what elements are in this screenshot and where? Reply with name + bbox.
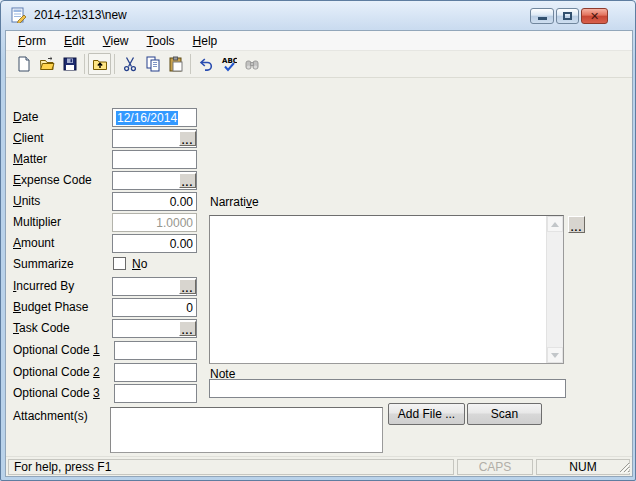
app-icon	[11, 7, 27, 23]
optional-code-2-label: Optional Code 2	[13, 365, 100, 379]
optional-code-2-field[interactable]	[114, 363, 197, 382]
maximize-button[interactable]	[556, 8, 579, 24]
titlebar[interactable]: 2014-12\313\new ✕	[0, 0, 636, 30]
window-content: Form Edit View Tools Help	[5, 30, 633, 477]
units-field[interactable]	[112, 192, 197, 211]
minimize-icon	[538, 17, 547, 20]
close-icon: ✕	[590, 11, 599, 22]
svg-text:ABC: ABC	[222, 57, 237, 65]
summarize-checkbox-label: No	[132, 257, 147, 271]
undo-icon[interactable]	[194, 53, 217, 75]
date-value: 12/16/2014	[116, 111, 178, 125]
narrative-label: Narrative	[210, 195, 259, 209]
toolbar: ABC	[6, 51, 632, 78]
note-field[interactable]	[209, 379, 566, 398]
date-label: Date	[13, 110, 38, 124]
open-icon[interactable]	[35, 53, 58, 75]
maximize-icon	[563, 12, 572, 20]
menu-form[interactable]: Form	[9, 32, 55, 50]
expense-code-browse-button[interactable]: ...	[179, 173, 196, 188]
window-title: 2014-12\313\new	[34, 8, 127, 22]
paste-icon[interactable]	[164, 53, 187, 75]
menu-edit[interactable]: Edit	[55, 32, 94, 50]
find-icon[interactable]	[240, 53, 263, 75]
spell-check-icon[interactable]: ABC	[217, 53, 240, 75]
optional-code-1-field[interactable]	[114, 341, 197, 360]
scroll-down-icon[interactable]	[547, 347, 563, 363]
add-file-button[interactable]: Add File ...	[388, 403, 465, 425]
summarize-checkbox[interactable]	[113, 257, 126, 270]
expense-code-label: Expense Code	[13, 173, 92, 187]
menu-view[interactable]: View	[94, 32, 138, 50]
menu-tools[interactable]: Tools	[138, 32, 184, 50]
toolbar-separator	[114, 54, 115, 74]
matter-field[interactable]	[112, 150, 197, 169]
cut-icon[interactable]	[118, 53, 141, 75]
resize-grip-icon[interactable]	[618, 461, 631, 474]
incurred-by-label: Incurred By	[13, 279, 74, 293]
narrative-scrollbar[interactable]	[546, 216, 563, 363]
narrative-browse-button[interactable]: ...	[568, 216, 585, 233]
optional-code-1-label: Optional Code 1	[13, 343, 100, 357]
statusbar: For help, press F1 CAPS NUM	[6, 456, 632, 476]
status-num-pane: NUM	[536, 459, 630, 475]
task-code-label: Task Code	[13, 321, 70, 335]
client-label: Client	[13, 131, 44, 145]
amount-label: Amount	[13, 236, 54, 250]
new-document-icon[interactable]	[12, 53, 35, 75]
up-one-level-icon[interactable]	[88, 53, 111, 75]
units-label: Units	[13, 194, 40, 208]
scroll-up-icon[interactable]	[547, 216, 563, 232]
summarize-label: Summarize	[13, 257, 74, 271]
budget-phase-field[interactable]	[112, 298, 197, 317]
status-help-pane: For help, press F1	[8, 459, 454, 475]
optional-code-3-label: Optional Code 3	[13, 386, 100, 400]
date-field[interactable]: 12/16/2014	[112, 108, 197, 127]
status-caps-text: CAPS	[479, 460, 512, 474]
status-help-text: For help, press F1	[14, 460, 111, 474]
toolbar-separator	[84, 54, 85, 74]
toolbar-separator	[190, 54, 191, 74]
multiplier-label: Multiplier	[13, 215, 61, 229]
task-code-browse-button[interactable]: ...	[179, 321, 196, 336]
close-button[interactable]: ✕	[581, 8, 608, 24]
multiplier-field	[112, 213, 197, 232]
minimize-button[interactable]	[530, 8, 554, 24]
optional-code-3-field[interactable]	[114, 384, 197, 403]
scan-button[interactable]: Scan	[467, 403, 542, 425]
client-browse-button[interactable]: ...	[179, 131, 196, 146]
copy-icon[interactable]	[141, 53, 164, 75]
status-caps-pane: CAPS	[457, 459, 533, 475]
narrative-textarea[interactable]	[209, 215, 564, 364]
status-num-text: NUM	[569, 460, 596, 474]
budget-phase-label: Budget Phase	[13, 300, 88, 314]
incurred-by-browse-button[interactable]: ...	[179, 279, 196, 294]
menu-help[interactable]: Help	[184, 32, 227, 50]
save-icon[interactable]	[58, 53, 81, 75]
matter-label: Matter	[13, 152, 47, 166]
menubar: Form Edit View Tools Help	[6, 31, 632, 51]
amount-field[interactable]	[112, 234, 197, 253]
attachments-listbox[interactable]	[110, 407, 383, 453]
attachments-label: Attachment(s)	[13, 409, 88, 423]
